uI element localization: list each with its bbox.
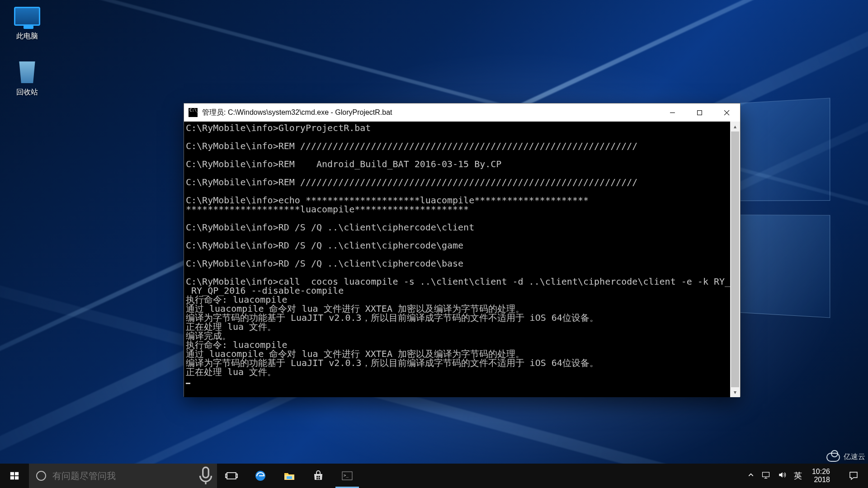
cloud-icon (826, 453, 840, 462)
svg-rect-5 (15, 472, 19, 475)
ime-indicator[interactable]: 英 (794, 470, 802, 481)
computer-icon (14, 7, 40, 26)
taskbar-app-explorer[interactable] (275, 464, 304, 488)
system-tray[interactable]: 英 10:26 2018 (741, 464, 839, 488)
desktop-icon-label: 回收站 (5, 88, 50, 97)
watermark: 亿速云 (826, 452, 865, 462)
notification-icon (848, 470, 859, 481)
svg-rect-4 (10, 472, 14, 475)
mic-icon[interactable] (194, 465, 217, 487)
volume-icon[interactable] (778, 470, 787, 481)
taskbar[interactable]: >_ 英 10:26 2018 (0, 464, 868, 488)
minimize-button[interactable] (659, 103, 686, 122)
search-box[interactable] (29, 464, 217, 488)
desktop-icon-recycle-bin[interactable]: 回收站 (5, 60, 50, 97)
scroll-track[interactable] (730, 131, 740, 387)
start-button[interactable] (0, 464, 29, 488)
windows-logo-icon (9, 471, 19, 481)
search-input[interactable] (52, 471, 194, 481)
cmd-taskbar-icon: >_ (341, 469, 354, 482)
watermark-text: 亿速云 (844, 452, 865, 462)
scroll-thumb[interactable] (731, 131, 739, 387)
taskbar-app-cmd[interactable]: >_ (333, 464, 362, 488)
store-icon (312, 469, 325, 482)
vertical-scrollbar[interactable]: ▴ ▾ (730, 122, 740, 397)
window-title: 管理员: C:\Windows\system32\cmd.exe - Glory… (202, 108, 392, 117)
svg-rect-9 (227, 473, 236, 479)
svg-rect-14 (287, 476, 292, 479)
task-view-icon (225, 469, 238, 482)
tray-overflow-button[interactable] (748, 472, 754, 480)
maximize-button[interactable] (686, 103, 713, 122)
console-output[interactable]: C:\RyMobile\info>GloryProjectR.bat C:\Ry… (184, 122, 730, 397)
desktop-icon-this-pc[interactable]: 此电脑 (5, 4, 50, 41)
close-button[interactable] (713, 103, 740, 122)
svg-rect-15 (316, 476, 318, 478)
edge-icon (254, 469, 267, 482)
titlebar[interactable]: 管理员: C:\Windows\system32\cmd.exe - Glory… (184, 103, 740, 122)
svg-text:>_: >_ (344, 473, 349, 478)
svg-rect-17 (316, 478, 318, 480)
svg-rect-18 (319, 478, 321, 480)
clock-time: 10:26 (812, 468, 830, 476)
taskbar-app-edge[interactable] (246, 464, 275, 488)
taskbar-app-store[interactable] (304, 464, 333, 488)
scroll-down-arrow-icon[interactable]: ▾ (730, 387, 740, 397)
cortana-icon (36, 471, 46, 481)
svg-rect-8 (203, 467, 209, 478)
action-center-button[interactable] (839, 464, 868, 488)
desktop-icon-label: 此电脑 (5, 32, 50, 41)
scroll-up-arrow-icon[interactable]: ▴ (730, 122, 740, 131)
svg-rect-1 (697, 110, 702, 115)
network-icon[interactable] (761, 470, 770, 481)
recycle-bin-icon (17, 61, 37, 83)
cmd-window[interactable]: 管理员: C:\Windows\system32\cmd.exe - Glory… (184, 103, 741, 397)
task-view-button[interactable] (217, 464, 246, 488)
svg-rect-7 (15, 476, 19, 479)
folder-icon (283, 469, 296, 482)
svg-rect-6 (10, 476, 14, 479)
svg-rect-16 (319, 476, 321, 478)
svg-rect-11 (236, 474, 237, 478)
cmd-icon (189, 108, 198, 117)
clock-date: 2018 (812, 476, 830, 484)
svg-rect-10 (226, 474, 227, 478)
svg-rect-21 (762, 472, 769, 477)
clock[interactable]: 10:26 2018 (809, 468, 833, 484)
desktop[interactable]: 此电脑 回收站 管理员: C:\Windows\system32\cmd.exe… (0, 0, 868, 488)
